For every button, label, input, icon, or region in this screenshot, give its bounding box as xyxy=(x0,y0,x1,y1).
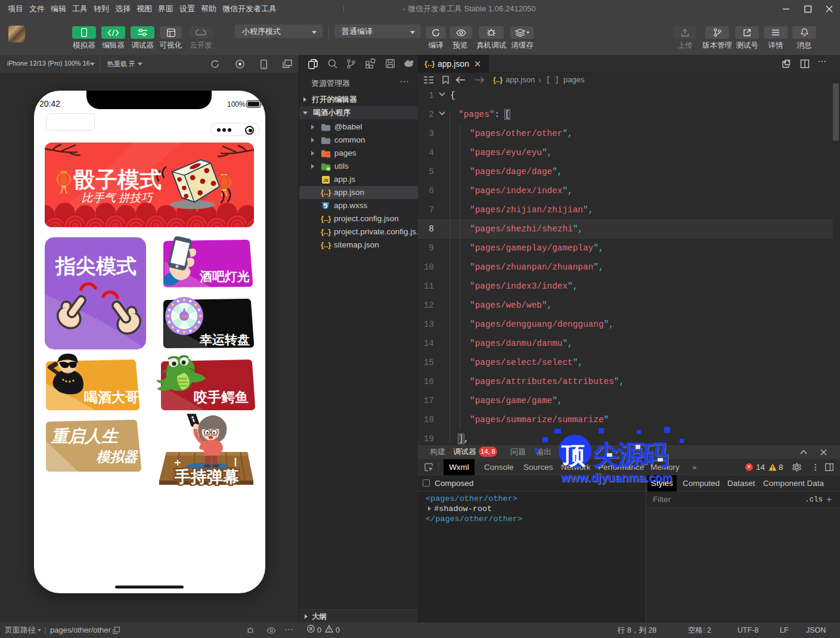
svg-text:喝酒大哥: 喝酒大哥 xyxy=(84,389,139,405)
svg-text:手持弹幕: 手持弹幕 xyxy=(174,468,239,486)
svg-text:酒吧灯光: 酒吧灯光 xyxy=(199,270,250,283)
svg-text:模拟器: 模拟器 xyxy=(96,449,139,464)
svg-text:<>: <> xyxy=(326,154,330,158)
svg-text:幸运转盘: 幸运转盘 xyxy=(199,333,250,346)
svg-text:比手气 拼技巧: 比手气 拼技巧 xyxy=(82,191,154,204)
svg-text:重启人生: 重启人生 xyxy=(51,427,119,445)
svg-text:骰子模式: 骰子模式 xyxy=(73,168,162,192)
svg-text:GO: GO xyxy=(181,314,188,318)
svg-text:指尖模式: 指尖模式 xyxy=(55,255,137,277)
svg-text:JS: JS xyxy=(323,178,328,182)
svg-text:咬手鳄鱼: 咬手鳄鱼 xyxy=(194,389,249,405)
